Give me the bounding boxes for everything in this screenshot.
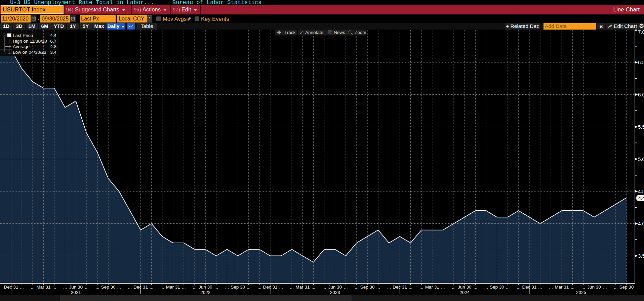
svg-text:...: ... — [214, 285, 218, 290]
svg-text:...: ... — [474, 285, 477, 290]
svg-text:...: ... — [581, 285, 585, 290]
svg-text:...: ... — [549, 285, 553, 290]
svg-text:Dec 31: Dec 31 — [522, 285, 537, 290]
svg-text:Average: Average — [13, 44, 30, 49]
svg-text:Sep 30: Sep 30 — [101, 285, 116, 290]
svg-text:2023: 2023 — [330, 290, 340, 295]
svg-text:4.0: 4.0 — [638, 221, 644, 226]
svg-text:Sep 30: Sep 30 — [360, 285, 375, 290]
svg-text:Mar 31: Mar 31 — [166, 285, 180, 290]
svg-text:Jun 30: Jun 30 — [587, 285, 601, 290]
svg-text:5.0: 5.0 — [638, 156, 644, 162]
svg-text:...: ... — [128, 285, 132, 290]
svg-text:Sep 30: Sep 30 — [490, 285, 504, 290]
svg-text:...: ... — [376, 285, 380, 290]
svg-text:7.0: 7.0 — [638, 30, 644, 35]
svg-text:2022: 2022 — [200, 290, 210, 295]
svg-text:...: ... — [517, 285, 520, 290]
svg-text:...: ... — [484, 285, 488, 290]
svg-text:...: ... — [182, 285, 186, 290]
svg-text:Jun 30: Jun 30 — [328, 285, 342, 290]
svg-text:...: ... — [95, 285, 99, 290]
svg-text:...: ... — [290, 285, 294, 290]
svg-text:Jun 30: Jun 30 — [69, 285, 83, 290]
svg-text:Zoom: Zoom — [355, 30, 366, 35]
svg-text:Mar 31: Mar 31 — [425, 285, 439, 290]
svg-text:...: ... — [85, 285, 88, 290]
svg-text:Mar 31: Mar 31 — [295, 285, 310, 290]
svg-text:Jun 30: Jun 30 — [199, 285, 212, 290]
svg-text:...: ... — [52, 285, 56, 290]
svg-text:...: ... — [225, 285, 229, 290]
svg-text:...: ... — [31, 285, 35, 290]
svg-text:...: ... — [150, 285, 153, 290]
svg-text:Sep 30: Sep 30 — [231, 285, 245, 290]
svg-text:...: ... — [257, 285, 261, 290]
svg-text:...: ... — [193, 285, 196, 290]
svg-text:Sep 30: Sep 30 — [619, 285, 634, 290]
svg-text:6.7: 6.7 — [50, 39, 56, 44]
svg-text:...: ... — [441, 285, 445, 290]
svg-text:...: ... — [312, 285, 315, 290]
svg-text:...: ... — [355, 285, 358, 290]
svg-text:2021: 2021 — [71, 290, 81, 295]
svg-text:Jun 30: Jun 30 — [458, 285, 472, 290]
svg-text:...: ... — [20, 285, 24, 290]
svg-text:Dec 31: Dec 31 — [133, 285, 148, 290]
svg-text:High on 11/30/20: High on 11/30/20 — [13, 39, 47, 44]
svg-text:4.3: 4.3 — [50, 44, 56, 49]
svg-text:Last Price: Last Price — [13, 33, 33, 38]
svg-text:...: ... — [344, 285, 348, 290]
svg-text:4.5: 4.5 — [638, 188, 644, 194]
svg-text:5.5: 5.5 — [638, 124, 644, 130]
svg-text:...: ... — [409, 285, 412, 290]
svg-text:3.4: 3.4 — [50, 50, 56, 55]
svg-text:4.4: 4.4 — [638, 196, 644, 201]
svg-text:Dec 31: Dec 31 — [263, 285, 278, 290]
svg-text:4.4: 4.4 — [50, 33, 56, 38]
svg-text:...: ... — [63, 285, 67, 290]
svg-text:2025: 2025 — [576, 290, 586, 295]
svg-text:...: ... — [387, 285, 391, 290]
svg-text:...: ... — [322, 285, 326, 290]
svg-text:Mar 31: Mar 31 — [36, 285, 50, 290]
svg-text:6.5: 6.5 — [638, 59, 644, 65]
svg-text:3.5: 3.5 — [638, 253, 644, 259]
svg-text:...: ... — [419, 285, 423, 290]
svg-text:2024: 2024 — [459, 290, 470, 295]
svg-text:News: News — [334, 30, 345, 35]
svg-text:...: ... — [117, 285, 121, 290]
svg-text:...: ... — [279, 285, 283, 290]
svg-text:6.0: 6.0 — [638, 92, 644, 97]
svg-text:Annotate: Annotate — [305, 30, 323, 35]
svg-text:...: ... — [603, 285, 607, 290]
svg-text:...: ... — [247, 285, 250, 290]
svg-text:...: ... — [614, 285, 617, 290]
svg-text:...: ... — [452, 285, 455, 290]
svg-text:...: ... — [571, 285, 574, 290]
svg-text:...: ... — [538, 285, 542, 290]
svg-text:Dec 31: Dec 31 — [393, 285, 407, 290]
svg-text:...: ... — [506, 285, 510, 290]
svg-text:Mar 31: Mar 31 — [555, 285, 569, 290]
svg-text:...: ... — [160, 285, 164, 290]
svg-text:Low on 04/30/23: Low on 04/30/23 — [13, 50, 46, 55]
svg-text:Track: Track — [284, 30, 295, 35]
svg-text:Dec 31: Dec 31 — [4, 285, 18, 290]
